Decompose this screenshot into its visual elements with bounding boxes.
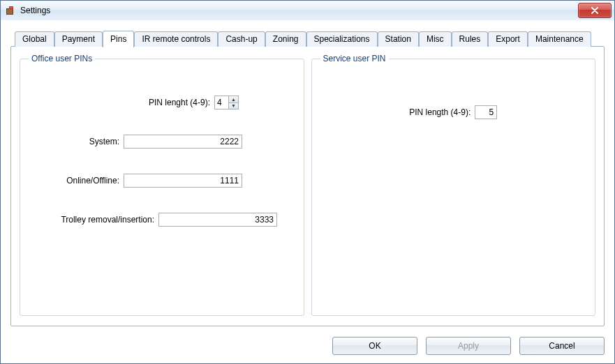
tab-export[interactable]: Export — [488, 31, 528, 47]
row-trolley: Trolley removal/insertion: — [29, 213, 295, 227]
tab-maintenance[interactable]: Maintenance — [528, 31, 591, 47]
group-office-user-pins: Office user PINs PIN lenght (4-9): ▲ ▼ — [20, 54, 304, 316]
tab-pins[interactable]: Pins — [103, 31, 134, 47]
label-service-pin-length: PIN length (4-9): — [409, 107, 470, 117]
titlebar: Settings — [1, 1, 614, 21]
tab-cash-up[interactable]: Cash-up — [218, 31, 265, 47]
tab-strip: Global Payment Pins IR remote controls C… — [15, 30, 605, 47]
dialog-button-bar: OK Apply Cancel — [332, 337, 605, 355]
tab-ir-remote-controls[interactable]: IR remote controls — [134, 31, 218, 47]
settings-window: Settings Global Payment Pins IR remote c… — [0, 0, 615, 364]
input-office-pin-length[interactable] — [214, 96, 228, 109]
spin-up-button[interactable]: ▲ — [229, 96, 238, 103]
tab-specializations[interactable]: Specializations — [306, 31, 378, 47]
input-trolley-pin[interactable] — [158, 213, 277, 227]
input-service-pin-length[interactable] — [475, 105, 497, 119]
svg-rect-1 — [7, 9, 13, 14]
app-icon — [5, 5, 16, 16]
tab-global[interactable]: Global — [15, 31, 54, 47]
input-online-offline-pin[interactable] — [124, 174, 242, 188]
close-icon — [591, 7, 598, 14]
close-button[interactable] — [578, 3, 612, 18]
svg-rect-3 — [10, 7, 13, 8]
input-system-pin[interactable] — [124, 135, 242, 149]
group-service-legend: Service user PIN — [320, 54, 389, 63]
chevron-down-icon: ▼ — [231, 103, 236, 108]
row-service-pin-length: PIN length (4-9): — [320, 105, 587, 119]
row-office-pin-length: PIN lenght (4-9): ▲ ▼ — [29, 96, 295, 109]
label-online-offline: Online/Offline: — [29, 176, 119, 185]
label-trolley: Trolley removal/insertion: — [29, 215, 154, 225]
tab-payment[interactable]: Payment — [54, 31, 103, 47]
cancel-button[interactable]: Cancel — [519, 337, 605, 355]
tab-zoning[interactable]: Zoning — [265, 31, 306, 47]
ok-button[interactable]: OK — [332, 337, 417, 355]
label-office-pin-length: PIN lenght (4-9): — [29, 98, 210, 107]
tab-page-pins: Office user PINs PIN lenght (4-9): ▲ ▼ — [10, 46, 605, 326]
spin-down-button[interactable]: ▼ — [229, 103, 238, 109]
client-area: Global Payment Pins IR remote controls C… — [1, 20, 614, 363]
label-system: System: — [29, 137, 119, 146]
group-service-user-pin: Service user PIN PIN length (4-9): — [311, 54, 596, 316]
tab-rules[interactable]: Rules — [452, 31, 489, 47]
window-title: Settings — [20, 6, 50, 15]
group-office-legend: Office user PINs — [29, 54, 95, 63]
tab-station[interactable]: Station — [378, 31, 419, 47]
chevron-up-icon: ▲ — [231, 97, 236, 102]
tab-misc[interactable]: Misc — [419, 31, 452, 47]
row-online-offline: Online/Offline: — [29, 174, 295, 188]
apply-button[interactable]: Apply — [426, 337, 511, 355]
row-system: System: — [29, 135, 295, 149]
